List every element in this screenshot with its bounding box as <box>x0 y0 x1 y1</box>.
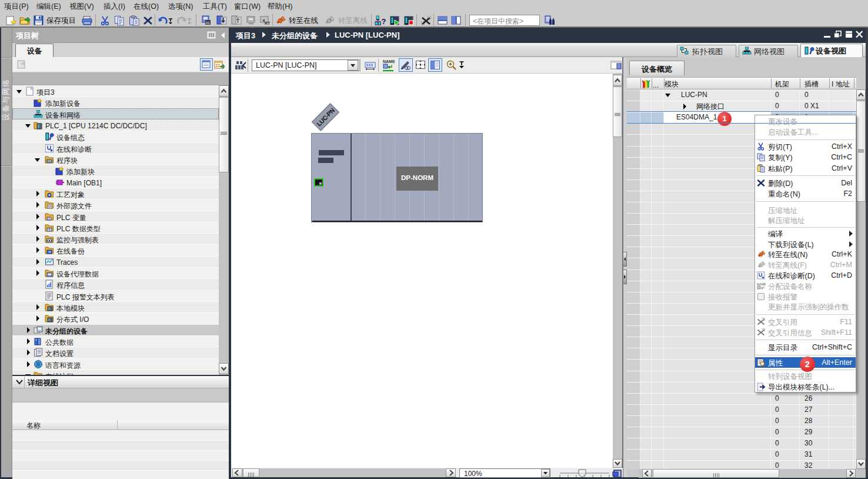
svg-text:NAME: NAME <box>383 59 395 64</box>
svg-text:01: 01 <box>206 21 210 25</box>
svg-text:?: ? <box>382 17 386 26</box>
svg-text:NAME: NAME <box>757 282 766 286</box>
svg-text:RT: RT <box>265 21 271 25</box>
